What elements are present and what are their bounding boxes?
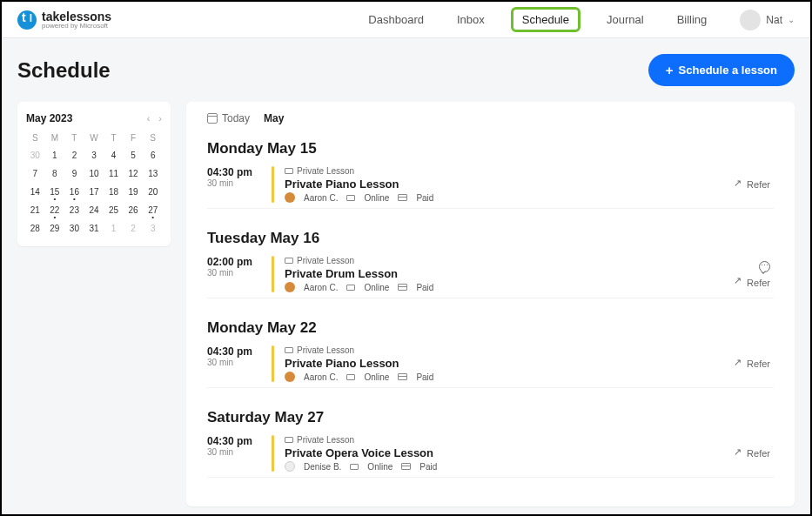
paid-label: Paid [416,193,433,203]
teacher-avatar-icon [285,461,295,472]
refer-button[interactable]: Refer [734,359,770,369]
calendar-day[interactable]: 4 [104,148,123,163]
calendar-day[interactable]: 26 [124,203,143,218]
calendar-day[interactable]: 12 [124,166,143,181]
lesson-card[interactable]: 04:30 pm30 minPrivate LessonPrivate Pian… [207,345,774,388]
month-label: May [264,112,284,124]
lesson-body: Private LessonPrivate Piano LessonAaron … [285,166,734,203]
calendar-day[interactable]: 15 [46,184,64,199]
lesson-card[interactable]: 02:00 pm30 minPrivate LessonPrivate Drum… [207,256,774,298]
lesson-tag: Private Lesson [285,435,734,445]
lesson-title: Private Drum Lesson [285,267,734,280]
lesson-start: 04:30 pm [207,345,261,358]
calendar-day[interactable]: 24 [85,203,104,218]
online-label: Online [364,372,389,382]
dow-label: T [104,131,123,144]
refer-button[interactable]: Refer [734,448,770,459]
teacher-avatar-icon [285,372,295,382]
calendar-day[interactable]: 19 [124,184,143,199]
lesson-tag: Private Lesson [285,256,734,265]
calendar-prev-icon[interactable]: ‹ [147,113,151,124]
page-header: Schedule + Schedule a lesson [2,38,810,86]
calendar-day[interactable]: 30 [26,148,44,163]
calendar-day[interactable]: 1 [46,148,64,163]
calendar-day[interactable]: 18 [104,184,123,199]
nav-item-schedule[interactable]: Schedule [511,7,580,32]
calendar-day[interactable]: 10 [85,166,104,181]
calendar-day[interactable]: 5 [124,148,143,163]
lesson-card[interactable]: 04:30 pm30 minPrivate LessonPrivate Pian… [207,166,774,209]
calendar-day[interactable]: 28 [26,221,44,236]
calendar-day[interactable]: 2 [124,221,143,236]
calendar-day[interactable]: 29 [46,221,64,236]
calendar-day[interactable]: 3 [85,148,104,163]
calendar-title: May 2023 [26,112,72,124]
lesson-duration: 30 min [207,358,261,367]
chat-icon[interactable] [759,261,770,272]
calendar-day[interactable]: 25 [104,203,123,218]
today-button[interactable]: Today [207,112,250,124]
nav-item-billing[interactable]: Billing [670,8,715,31]
calendar-day[interactable]: 2 [65,148,84,163]
calendar-next-icon[interactable]: › [158,113,162,124]
day-heading: Saturday May 27 [207,409,774,426]
dow-label: S [26,131,44,144]
calendar-day[interactable]: 8 [46,166,64,181]
schedule-button-label: Schedule a lesson [679,64,777,77]
calendar-header: May 2023 ‹ › [26,112,162,124]
teacher-name: Aaron C. [304,193,338,203]
share-icon [734,359,743,369]
nav-item-journal[interactable]: Journal [600,8,651,31]
calendar-day[interactable]: 31 [85,221,104,236]
calendar-day[interactable]: 3 [144,221,162,236]
day-group: Saturday May 2704:30 pm30 minPrivate Les… [207,409,774,478]
nav-item-inbox[interactable]: Inbox [450,8,492,31]
logo-text: takelessons powered by Microsoft [42,10,111,30]
calendar-day[interactable]: 27 [144,203,162,218]
schedule-lesson-button[interactable]: + Schedule a lesson [648,54,795,86]
refer-button[interactable]: Refer [734,278,770,288]
teacher-avatar-icon [285,192,295,203]
brand-name: takelessons [42,10,111,23]
calendar-grid: SMTWTFS301234567891011121314151617181920… [26,131,162,236]
laptop-icon [285,258,293,264]
calendar-day[interactable]: 30 [65,221,84,236]
calendar-day[interactable]: 11 [104,166,123,181]
calendar-day[interactable]: 14 [26,184,44,199]
lesson-card[interactable]: 04:30 pm30 minPrivate LessonPrivate Oper… [207,435,774,478]
topbar: takelessons powered by Microsoft Dashboa… [2,2,810,38]
card-icon [398,194,407,201]
calendar-day[interactable]: 13 [144,166,162,181]
calendar-icon [207,113,218,124]
calendar-day[interactable]: 7 [26,166,44,181]
logo-icon [17,10,37,30]
calendar-day[interactable]: 1 [104,221,123,236]
lesson-title: Private Piano Lesson [285,357,734,370]
day-heading: Monday May 22 [207,319,774,337]
paid-label: Paid [419,462,437,472]
dow-label: F [124,131,143,144]
share-icon [734,449,743,459]
calendar-day[interactable]: 21 [26,203,44,218]
share-icon [734,180,743,190]
plus-icon: + [666,63,674,77]
nav-item-dashboard[interactable]: Dashboard [361,8,431,31]
day-heading: Monday May 15 [207,140,774,157]
laptop-icon [285,168,293,174]
calendar-day[interactable]: 17 [85,184,104,199]
refer-button[interactable]: Refer [734,179,770,190]
day-group: Tuesday May 1602:00 pm30 minPrivate Less… [207,230,774,298]
brand-sub: powered by Microsoft [42,23,111,30]
lesson-list: Today May Monday May 1504:30 pm30 minPri… [186,102,795,506]
calendar-day[interactable]: 20 [144,184,162,199]
calendar-arrows: ‹ › [147,113,162,124]
calendar-day[interactable]: 22 [46,203,64,218]
lesson-time: 04:30 pm30 min [207,345,261,382]
calendar-day[interactable]: 23 [65,203,84,218]
calendar-day[interactable]: 16 [65,184,84,199]
lesson-body: Private LessonPrivate Drum LessonAaron C… [285,256,734,292]
logo[interactable]: takelessons powered by Microsoft [17,10,111,30]
calendar-day[interactable]: 9 [65,166,84,181]
user-menu[interactable]: Nat ⌄ [740,10,795,30]
calendar-day[interactable]: 6 [144,148,162,163]
